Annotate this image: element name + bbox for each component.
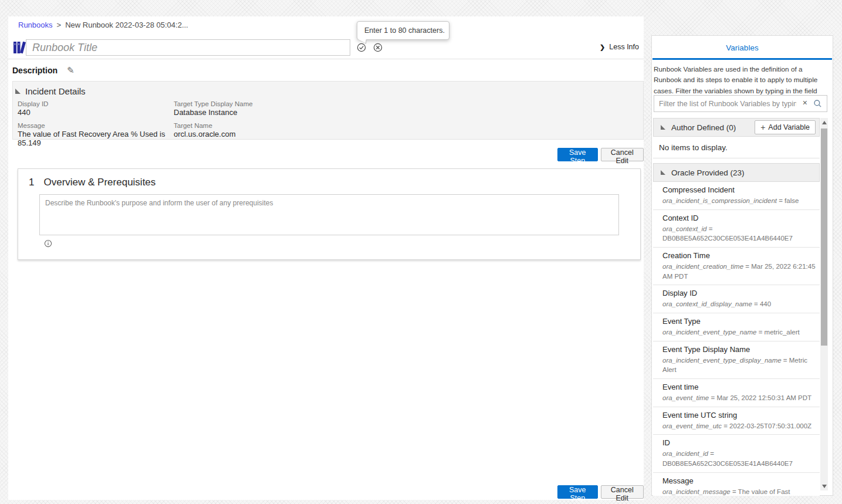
- collapse-triangle-icon: [661, 170, 665, 175]
- variables-filter-input[interactable]: [654, 95, 827, 112]
- info-icon[interactable]: [44, 239, 52, 250]
- variable-var: ora_incident_creation_time: [662, 263, 743, 270]
- field-value: 440: [18, 108, 174, 117]
- variable-expression: ora_event_time_utc = 2022-03-25T07:50:31…: [662, 421, 817, 431]
- tooltip-text: Enter 1 to 80 characters.: [364, 26, 445, 35]
- oracle-provided-list: Compressed Incident ora_incident_is_comp…: [653, 182, 820, 496]
- variable-expression: ora_incident_id = DB0B8E5A652C30C6E053E4…: [662, 449, 817, 468]
- variable-name: Event time: [662, 383, 817, 391]
- variable-expression: ora_incident_event_type_name = metric_al…: [662, 327, 817, 337]
- incident-details-title: Incident Details: [25, 86, 86, 96]
- variable-expression: ora_incident_is_compression_incident = f…: [662, 196, 817, 206]
- variable-name: Context ID: [662, 214, 817, 222]
- variable-expression: ora_incident_event_type_display_name = M…: [662, 356, 817, 375]
- save-step-button-bottom[interactable]: Save Step: [557, 485, 598, 499]
- collapse-triangle-icon: [15, 89, 21, 94]
- breadcrumb: Runbooks>New Runbook 2022-03-28 05:04:2.…: [18, 21, 188, 29]
- variable-row[interactable]: Display ID ora_context_id_display_name =…: [653, 285, 820, 313]
- collapse-triangle-icon: [661, 125, 665, 130]
- variable-expression: ora_incident_creation_time = Mar 25, 202…: [662, 262, 817, 281]
- breadcrumb-runbooks-link[interactable]: Runbooks: [18, 21, 53, 29]
- oracle-provided-header[interactable]: Oracle Provided (23): [653, 163, 820, 182]
- add-variable-button[interactable]: + Add Variable: [755, 120, 816, 134]
- variable-expression: ora_context_id = DB0B8E5A652C30C6E053E41…: [662, 224, 817, 243]
- incident-field-target-type: Target Type Display Name Database Instan…: [174, 100, 641, 117]
- variable-var: ora_event_time_utc: [662, 422, 722, 429]
- variable-name: Event Type Display Name: [662, 345, 817, 354]
- variable-row[interactable]: Creation Time ora_incident_creation_time…: [653, 248, 820, 285]
- tab-variables[interactable]: Variables: [652, 43, 833, 52]
- variable-value: = false: [777, 197, 799, 204]
- variable-row[interactable]: Context ID ora_context_id = DB0B8E5A652C…: [653, 210, 820, 248]
- author-defined-title: Author Defined (0): [671, 123, 736, 132]
- variable-name: Event Type: [662, 317, 817, 326]
- search-icon[interactable]: [813, 99, 822, 110]
- breadcrumb-separator: >: [57, 21, 62, 29]
- cancel-edit-button[interactable]: Cancel Edit: [601, 148, 644, 161]
- plus-icon: +: [760, 123, 765, 132]
- field-label: Target Name: [174, 122, 641, 129]
- variable-name: Event time UTC string: [662, 411, 817, 420]
- variable-var: ora_incident_event_type_display_name: [662, 357, 782, 364]
- variable-var: ora_context_id_display_name: [662, 300, 752, 307]
- scrollbar-thumb[interactable]: [821, 128, 827, 346]
- variables-list: Author Defined (0) + Add Variable No ite…: [653, 118, 820, 496]
- field-label: Message: [18, 122, 174, 129]
- variable-expression: ora_incident_message = The value of Fast…: [662, 487, 817, 496]
- variables-panel: Variables Runbook Variables are used in …: [651, 35, 833, 496]
- less-info-label: Less Info: [609, 43, 639, 51]
- variable-name: Compressed Incident: [662, 185, 817, 194]
- breadcrumb-current: New Runbook 2022-03-28 05:04:2...: [65, 21, 188, 29]
- author-defined-header[interactable]: Author Defined (0) + Add Variable: [653, 118, 820, 137]
- variable-value: = metric_alert: [756, 329, 799, 336]
- variable-expression: ora_event_time = Mar 25, 2022 12:50:31 A…: [662, 393, 817, 403]
- variable-row[interactable]: Message ora_incident_message = The value…: [653, 473, 820, 496]
- incident-field-message: Message The value of Fast Recovery Area …: [18, 122, 174, 147]
- incident-details-section: Incident Details Display ID 440 Target T…: [12, 81, 644, 140]
- edit-pencil-icon[interactable]: ✎: [67, 65, 75, 76]
- variable-value: = Mar 25, 2022 12:50:31 AM PDT: [709, 394, 811, 401]
- variable-var: ora_incident_message: [662, 488, 731, 495]
- field-value: The value of Fast Recovery Area % Used i…: [18, 130, 174, 147]
- chevron-right-icon: ❯: [600, 43, 605, 51]
- variable-value: = 440: [752, 300, 771, 307]
- variable-row[interactable]: Event Type Display Name ora_incident_eve…: [653, 341, 820, 379]
- save-step-button[interactable]: Save Step: [557, 148, 598, 161]
- step-title: Overview & Prerequisites: [43, 177, 155, 188]
- variable-row[interactable]: Event time ora_event_time = Mar 25, 2022…: [653, 379, 820, 407]
- variable-name: Message: [662, 476, 817, 485]
- variable-row[interactable]: Event Type ora_incident_event_type_name …: [653, 313, 820, 341]
- variable-name: Creation Time: [662, 251, 817, 260]
- incident-field-display-id: Display ID 440: [18, 100, 174, 117]
- variable-expression: ora_context_id_display_name = 440: [662, 299, 817, 309]
- confirm-title-icon[interactable]: [357, 43, 366, 52]
- author-defined-empty-text: No items to display.: [653, 137, 820, 158]
- variable-var: ora_incident_id: [662, 450, 708, 457]
- field-label: Display ID: [18, 100, 174, 107]
- variable-name: Display ID: [662, 289, 817, 297]
- variable-row[interactable]: Event time UTC string ora_event_time_utc…: [653, 407, 820, 435]
- main-content-card: Runbooks>New Runbook 2022-03-28 05:04:2.…: [8, 16, 644, 500]
- cancel-edit-button-bottom[interactable]: Cancel Edit: [601, 485, 644, 499]
- header-divider: [8, 59, 644, 59]
- variable-value: = 2022-03-25T07:50:31.000Z: [722, 422, 811, 429]
- variable-row[interactable]: ID ora_incident_id = DB0B8E5A652C30C6E05…: [653, 435, 820, 472]
- variables-scrollbar[interactable]: [820, 118, 828, 491]
- variable-row[interactable]: Compressed Incident ora_incident_is_comp…: [653, 182, 820, 210]
- incident-details-collapse-header[interactable]: Incident Details: [15, 86, 641, 96]
- clear-filter-icon[interactable]: ×: [803, 99, 807, 107]
- tab-active-underline: [652, 58, 832, 60]
- incident-field-target-name: Target Name orcl.us.oracle.com: [174, 122, 641, 147]
- description-label: Description: [12, 66, 58, 75]
- step-card: 1 Overview & Prerequisites: [18, 168, 641, 260]
- cancel-title-icon[interactable]: [373, 43, 383, 52]
- variable-var: ora_incident_event_type_name: [662, 329, 756, 336]
- scrollbar-down-arrow-icon[interactable]: [820, 482, 828, 490]
- oracle-provided-title: Oracle Provided (23): [671, 168, 745, 177]
- variable-name: ID: [662, 438, 817, 447]
- step-description-textarea[interactable]: [39, 194, 619, 235]
- scrollbar-up-arrow-icon[interactable]: [820, 119, 828, 126]
- less-info-toggle[interactable]: ❯ Less Info: [600, 43, 639, 51]
- step-number: 1: [29, 177, 34, 188]
- runbook-title-input[interactable]: [26, 39, 350, 56]
